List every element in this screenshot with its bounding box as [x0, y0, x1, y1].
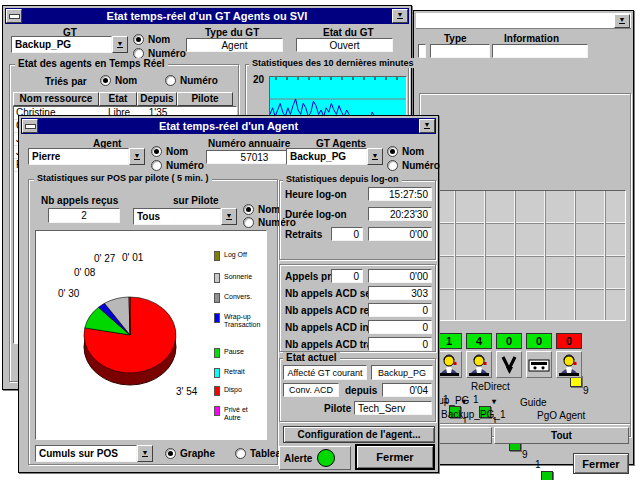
agent-fermer-button[interactable]: Fermer — [355, 444, 435, 470]
sort-radio-numero[interactable]: Numéro — [165, 75, 218, 86]
legend-label: Sonnerie — [224, 273, 252, 281]
minimize-arrow-icon[interactable] — [419, 119, 435, 133]
radio-icon[interactable] — [151, 146, 162, 157]
gt-titlebar[interactable]: Etat temps-réel d'un GT Agents ou SVI — [5, 8, 409, 24]
legend-label: Privé et Autre — [224, 406, 266, 422]
cumuls-combobox[interactable]: Cumuls sur POS — [35, 445, 153, 462]
etat-agent-field: Conv. ACD — [283, 383, 339, 397]
radio-icon[interactable] — [100, 75, 111, 86]
gt-radio-nom[interactable]: Nom — [133, 34, 170, 45]
alerte-panel: Alerte — [279, 446, 351, 470]
radio-icon[interactable] — [151, 160, 162, 171]
desktop: Type Information 1911111919▾▾ 14000 ReDi… — [0, 0, 640, 480]
grid-node[interactable] — [541, 471, 553, 480]
radio-icon[interactable] — [387, 160, 398, 171]
legend-item: Privé et Autre — [214, 406, 266, 422]
legend-swatch-icon — [214, 386, 220, 396]
agent-group-label: Backup_PG_1 — [441, 409, 506, 420]
legend-item: Convers. — [214, 293, 252, 303]
nb-appels-recus-field: 2 — [48, 208, 120, 223]
stats-pos-group-title: Statistiques sur POS par pilote ( 5 min.… — [34, 173, 212, 183]
appels-prives-time-field: 0'00 — [368, 269, 432, 283]
acd-refuses-field: 0 — [368, 303, 432, 317]
agent-combobox[interactable]: Pierre — [28, 148, 145, 165]
control-menu-icon[interactable] — [22, 119, 38, 133]
table-header-cell: Pilote — [177, 92, 233, 106]
radio-icon[interactable] — [243, 204, 254, 215]
affecte-gt-value-field: Backup_PG — [371, 365, 433, 380]
radio-icon[interactable] — [387, 146, 398, 157]
pie-chart-panel: 3' 540' 300' 080' 270' 01 Log OffSonneri… — [35, 230, 267, 440]
agent-titlebar[interactable]: Etat temps-réel d'un Agent — [21, 118, 436, 134]
sort-radio-nom[interactable]: Nom — [100, 75, 137, 86]
duree-logon-field: 20:23'30 — [368, 207, 432, 221]
y-axis-tick-label: 20 — [253, 74, 264, 85]
radio-icon[interactable] — [133, 34, 144, 45]
radio-icon[interactable] — [243, 217, 254, 228]
legend-swatch-icon — [214, 406, 220, 416]
agent-combobox-value[interactable]: Pierre — [28, 148, 129, 165]
legend-swatch-icon — [214, 251, 220, 261]
duree-logon-label: Durée log-on — [285, 209, 347, 220]
panel-separator — [420, 423, 630, 425]
graphe-radio[interactable]: Graphe — [165, 448, 215, 459]
legend-item: Sonnerie — [214, 273, 252, 283]
agent-group-label: PgO Agent — [537, 410, 585, 421]
pilote-radio-nom[interactable]: Nom — [243, 204, 280, 215]
table-header-cell: Depuis — [137, 92, 177, 106]
overview-titlebar[interactable] — [416, 13, 631, 29]
gt-agents-combobox[interactable]: Backup_PG — [286, 148, 383, 165]
filter-segment-tout[interactable]: Tout — [494, 427, 629, 444]
acd-servis-field: 303 — [368, 286, 432, 300]
agent-radio-nom[interactable]: Nom — [151, 146, 188, 157]
chevron-down-icon[interactable] — [221, 208, 237, 225]
sur-pilote-combobox-value[interactable]: Tous — [133, 208, 221, 225]
gtagents-radio-numero[interactable]: Numéro — [387, 160, 440, 171]
table-header-cell: Nom ressource — [13, 92, 99, 106]
gt-combobox-value[interactable]: Backup_PG — [11, 36, 112, 53]
overview-fermer-button[interactable]: Fermer — [573, 453, 629, 474]
chevron-down-icon[interactable] — [129, 148, 145, 165]
legend-item: Pause — [214, 348, 244, 358]
chevron-down-icon[interactable] — [112, 36, 128, 53]
legend-item: Dispo — [214, 386, 242, 396]
legend-swatch-icon — [214, 368, 220, 378]
alerte-status-icon — [317, 449, 335, 467]
acd-transferes-field: 0 — [368, 337, 432, 351]
affecte-gt-field: Affecté GT courant — [283, 365, 367, 380]
legend-item: Wrap-up Transaction — [214, 313, 260, 329]
heure-logon-field: 15:27:50 — [368, 187, 432, 201]
minimize-arrow-icon[interactable] — [392, 9, 408, 23]
radio-icon[interactable] — [235, 448, 246, 459]
type-du-gt-label: Type du GT — [205, 27, 259, 38]
gt-combobox[interactable]: Backup_PG — [11, 36, 128, 53]
etat-du-gt-label: Etat du GT — [323, 27, 374, 38]
legend-label: Convers. — [224, 293, 252, 301]
nb-appels-recus-label: Nb appels reçus — [41, 195, 118, 206]
legend-label: Pause — [224, 348, 244, 356]
radio-icon[interactable] — [165, 75, 176, 86]
agent-radio-numero[interactable]: Numéro — [151, 160, 204, 171]
heure-logon-label: Heure log-on — [285, 189, 347, 200]
control-menu-icon[interactable] — [6, 9, 22, 23]
minimize-arrow-icon[interactable] — [614, 14, 630, 28]
tout-label: Tout — [551, 430, 572, 441]
chevron-down-icon[interactable] — [367, 148, 383, 165]
sur-pilote-combobox[interactable]: Tous — [133, 208, 237, 225]
legend-label: Retrait — [224, 368, 245, 376]
configuration-agent-button[interactable]: Configuration de l'agent... — [283, 426, 435, 443]
cumuls-combobox-value[interactable]: Cumuls sur POS — [35, 445, 137, 462]
depuis-field: 0'04 — [382, 383, 432, 397]
radio-icon[interactable] — [165, 448, 176, 459]
gtagents-radio-nom[interactable]: Nom — [387, 146, 424, 157]
appels-prives-count-field: 0 — [331, 269, 363, 283]
window-gt-overview: Type Information 1911111919▾▾ 14000 ReDi… — [413, 10, 634, 465]
retraits-label: Retraits — [285, 229, 322, 240]
stats-logon-title: Statistiques depuis log-on — [283, 174, 402, 184]
chevron-down-icon[interactable] — [137, 445, 153, 462]
table-header-cell: Etat — [99, 92, 137, 106]
gt-window-title: Etat temps-réel d'un GT Agents ou SVI — [23, 10, 391, 22]
gt-agents-combobox-value[interactable]: Backup_PG — [286, 148, 367, 165]
numero-annuaire-label: Numéro annuaire — [208, 138, 290, 149]
etat-du-gt-field: Ouvert — [296, 38, 393, 52]
